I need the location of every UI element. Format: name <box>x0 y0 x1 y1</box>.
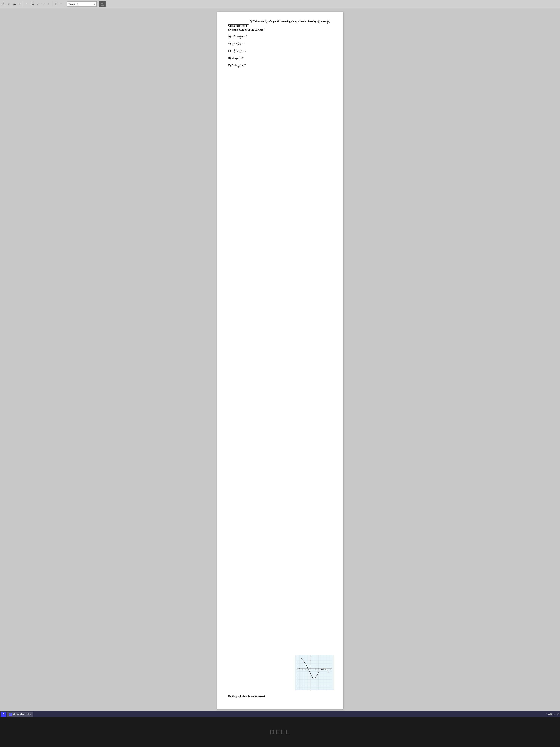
svg-text:-2: -2 <box>304 669 305 670</box>
svg-text:1: 1 <box>313 669 313 670</box>
volume-icon: ◁) <box>557 713 559 715</box>
dell-logo: DELL <box>270 728 290 736</box>
document-area: 3) If the velocity of a particle moving … <box>0 8 560 711</box>
answer-b: B) 15sin(15t) + C <box>228 42 332 46</box>
star-icon[interactable]: ☆ <box>7 2 11 6</box>
graph-container: x y -4 -3 -2 -1 1 2 3 4 5 <box>295 655 334 690</box>
systray-icons: ^ ▬ ▣ <box>546 713 552 715</box>
start-icon: N <box>3 713 5 716</box>
system-tray: ^ ▬ ▣ ⊿ ◁) <box>546 713 559 715</box>
heading-label: Heading 1 <box>68 3 78 5</box>
svg-text:3: 3 <box>309 660 309 661</box>
separator-3 <box>64 1 65 7</box>
svg-rect-8 <box>297 655 332 690</box>
taskbar-app-calc[interactable]: N 5th Period AP Calc... <box>7 712 33 717</box>
graph-note: Use the graph above for numbers 4—5. <box>228 695 265 698</box>
svg-text:3: 3 <box>31 4 31 5</box>
dell-area: DELL <box>0 717 560 747</box>
taskbar-app-label: 5th Period AP Calc... <box>12 713 31 716</box>
svg-text:2: 2 <box>315 669 316 670</box>
dropdown-arrow-list[interactable]: ▾ <box>47 2 50 6</box>
svg-text:x: x <box>330 667 331 668</box>
font-icon[interactable]: A <box>1 2 5 6</box>
svg-point-41 <box>322 669 323 670</box>
answer-c: C) −15sin(15t) + C <box>228 49 332 54</box>
svg-text:3: 3 <box>318 669 319 670</box>
heading-dropdown-arrow: ▾ <box>94 3 96 5</box>
toolbar: A ☆ Aₒ ▾ ≡ 123 ⇐ ⇒ ▾ ☑ ▾ Heading 1 ▾ <box>0 0 560 8</box>
question-text: 3) If the velocity of a particle moving … <box>228 19 332 32</box>
answer-e: E) 5 sin(15t) + C <box>228 63 332 68</box>
dropdown-arrow-font[interactable]: ▾ <box>18 2 21 6</box>
graph-svg: x y -4 -3 -2 -1 1 2 3 4 5 <box>295 655 334 690</box>
svg-point-7 <box>101 5 104 6</box>
checkbox-icon[interactable]: ☑ <box>54 2 58 6</box>
numbered-list-icon[interactable]: 123 <box>30 1 35 7</box>
svg-point-6 <box>101 3 103 4</box>
start-button[interactable]: N <box>1 712 6 717</box>
heading-dropdown[interactable]: Heading 1 ▾ <box>67 1 97 7</box>
svg-text:-4: -4 <box>299 669 300 670</box>
document-page: 3) If the velocity of a particle moving … <box>217 12 343 709</box>
list-icon[interactable]: ≡ <box>25 2 28 6</box>
answer-a: A) −5 sin(15t) + C <box>228 34 332 39</box>
separator-1 <box>23 1 23 7</box>
svg-text:y: y <box>311 655 311 657</box>
answer-d: D) sin(15t) + C <box>228 56 332 61</box>
user-avatar[interactable] <box>99 1 106 7</box>
svg-text:5: 5 <box>323 669 324 670</box>
dropdown-arrow-check[interactable]: ▾ <box>60 2 62 6</box>
font-size-icon[interactable]: Aₒ <box>12 2 17 6</box>
indent-left-icon[interactable]: ⇐ <box>36 2 40 6</box>
question-3: 3) If the velocity of a particle moving … <box>228 19 332 32</box>
taskbar: N N 5th Period AP Calc... ^ ▬ ▣ ⊿ ◁) <box>0 711 560 717</box>
svg-text:-3: -3 <box>302 669 303 670</box>
wifi-icon: ⊿ <box>554 713 555 715</box>
indent-right-icon[interactable]: ⇒ <box>42 2 46 6</box>
svg-text:-1: -1 <box>307 669 308 670</box>
app-icon: N <box>9 713 12 716</box>
